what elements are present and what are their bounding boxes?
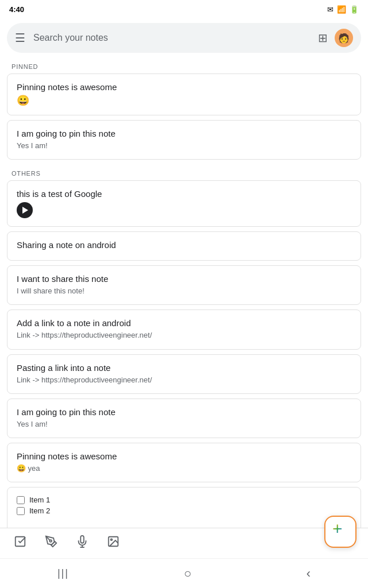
note-card-oth3[interactable]: I want to share this note I will share t…: [7, 265, 361, 305]
checklist-item-1: Item 1: [17, 496, 351, 504]
section-label-others: OTHERS: [0, 164, 368, 180]
note-body: 😀 yea: [17, 463, 351, 474]
fab-add-note[interactable]: [324, 516, 356, 548]
note-title: Pinning notes is awesome: [17, 82, 351, 92]
note-title: Pinning notes is awesome: [17, 451, 351, 461]
note-body: Link -> https://theproductiveengineer.ne…: [17, 375, 351, 385]
status-icons: ✉ 📶 🔋: [327, 5, 359, 14]
bottom-toolbar: [0, 528, 368, 558]
mail-icon: ✉: [327, 5, 334, 14]
note-card-oth6[interactable]: I am going to pin this note Yes I am!: [7, 399, 361, 438]
battery-icon: 🔋: [350, 5, 359, 14]
note-title: Add a link to a note in android: [17, 318, 351, 328]
note-card-pin2[interactable]: I am going to pin this note Yes I am!: [7, 120, 361, 160]
note-title: Pasting a link into a note: [17, 363, 351, 373]
note-title: this is a test of Google: [17, 189, 351, 199]
status-bar: 4:40 ✉ 📶 🔋: [0, 0, 368, 18]
others-notes-list: this is a test of Google Sharing a note …: [0, 180, 368, 558]
note-title: I am going to pin this note: [17, 129, 351, 138]
note-body: Yes I am!: [17, 141, 351, 151]
nav-bar: ||| ○ ‹: [0, 558, 368, 588]
svg-point-5: [110, 539, 112, 540]
note-card-oth5[interactable]: Pasting a link into a note Link -> https…: [7, 354, 361, 394]
brush-tool-icon[interactable]: [45, 535, 57, 551]
nav-back-icon[interactable]: ‹: [306, 566, 310, 581]
note-card-oth1[interactable]: this is a test of Google: [7, 180, 361, 227]
note-title: Sharing a note on android: [17, 240, 351, 250]
checklist-item-2: Item 2: [17, 506, 351, 515]
svg-point-1: [49, 540, 52, 542]
section-label-pinned: PINNED: [0, 57, 368, 74]
note-card-oth2[interactable]: Sharing a note on android: [7, 231, 361, 261]
note-card-oth7[interactable]: Pinning notes is awesome 😀 yea: [7, 443, 361, 482]
nav-recents-icon[interactable]: |||: [57, 567, 69, 579]
search-bar[interactable]: ☰ Search your notes ⊞ 🧑: [7, 23, 361, 53]
status-time: 4:40: [9, 5, 24, 14]
search-input[interactable]: Search your notes: [33, 33, 318, 43]
add-icon: [334, 525, 347, 539]
checkbox-2[interactable]: [17, 507, 25, 515]
mic-tool-icon[interactable]: [76, 535, 89, 551]
note-title: I want to share this note: [17, 274, 351, 284]
hamburger-icon[interactable]: ☰: [15, 31, 25, 45]
note-card-pin1[interactable]: Pinning notes is awesome 😀: [7, 74, 361, 115]
play-button[interactable]: [17, 202, 33, 218]
checkbox-tool-icon[interactable]: [14, 535, 26, 551]
note-title: I am going to pin this note: [17, 407, 351, 417]
grid-icon[interactable]: ⊞: [318, 31, 328, 45]
note-card-oth4[interactable]: Add a link to a note in android Link -> …: [7, 310, 361, 349]
image-tool-icon[interactable]: [107, 535, 120, 551]
note-emoji: 😀: [17, 94, 351, 107]
note-body: Link -> https://theproductiveengineer.ne…: [17, 330, 351, 341]
note-body: Yes I am!: [17, 419, 351, 430]
svg-rect-0: [16, 537, 25, 547]
signal-icon: 📶: [337, 5, 346, 14]
note-body: I will share this note!: [17, 286, 351, 296]
pinned-notes-list: Pinning notes is awesome 😀 I am going to…: [0, 74, 368, 160]
avatar[interactable]: 🧑: [335, 29, 353, 47]
checkbox-1[interactable]: [17, 496, 25, 504]
nav-home-icon[interactable]: ○: [184, 566, 191, 581]
